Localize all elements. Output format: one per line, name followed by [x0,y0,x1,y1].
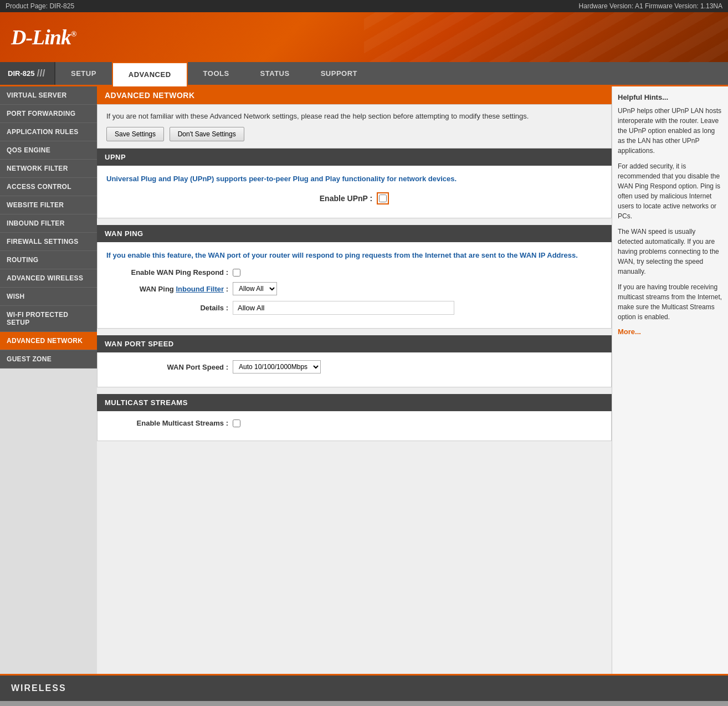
hints-more-link[interactable]: More... [618,328,722,336]
wan-port-speed-title: WAN PORT SPEED [97,335,612,352]
inbound-filter-label: WAN Ping Inbound Filter : [106,285,228,293]
dont-save-settings-button[interactable]: Don't Save Settings [170,127,244,141]
upnp-section: UPNP Universal Plug and Play (UPnP) supp… [97,149,612,218]
hints-paragraph-0: UPnP helps other UPnP LAN hosts interope… [618,106,722,156]
wan-port-speed-row: WAN Port Speed : Auto 10/100/1000Mbps 10… [106,360,602,374]
sidebar-item-port-forwarding[interactable]: PORT FORWARDING [0,105,97,123]
sidebar-item-wifi-protected-setup[interactable]: WI-FI PROTECTED SETUP [0,306,97,332]
wan-ping-section: WAN PING If you enable this feature, the… [97,225,612,329]
multicast-streams-section: MULTICAST STREAMS Enable Multicast Strea… [97,394,612,441]
top-bar: Product Page: DIR-825 Hardware Version: … [0,0,728,12]
upnp-enable-row: Enable UPnP : [106,192,602,204]
info-box: If you are not familiar with these Advan… [97,104,612,149]
multicast-streams-label: Enable Multicast Streams : [106,419,228,427]
upnp-enable-label: Enable UPnP : [320,194,372,203]
sidebar-item-firewall-settings[interactable]: FIREWALL SETTINGS [0,233,97,251]
sidebar-item-qos-engine[interactable]: QOS ENGINE [0,141,97,160]
sidebar-item-advanced-network[interactable]: ADVANCED NETWORK [0,332,97,350]
sidebar-item-virtual-server[interactable]: VIRTUAL SERVER [0,86,97,105]
sidebar-wrapper: VIRTUAL SERVER PORT FORWARDING APPLICATI… [0,86,97,674]
page-title: ADVANCED NETWORK [97,86,612,104]
sidebar-item-advanced-wireless[interactable]: ADVANCED WIRELESS [0,269,97,288]
details-row: Details : [106,301,602,315]
hints-paragraph-1: For added security, it is recommended th… [618,161,722,221]
upnp-checkbox-box [377,192,389,204]
wan-ping-section-title: WAN PING [97,225,612,242]
wan-ping-content: If you enable this feature, the WAN port… [97,242,612,329]
inbound-filter-select[interactable]: Allow All Deny All [233,282,277,295]
main-layout: VIRTUAL SERVER PORT FORWARDING APPLICATI… [0,86,728,674]
info-buttons: Save Settings Don't Save Settings [106,127,602,141]
tab-setup[interactable]: SETUP [55,62,112,85]
multicast-streams-title: MULTICAST STREAMS [97,394,612,411]
upnp-description: Universal Plug and Play (UPnP) supports … [106,173,602,185]
wan-port-speed-select[interactable]: Auto 10/100/1000Mbps 10Mbps - Half Duple… [233,360,321,374]
hints-paragraph-2: The WAN speed is usually detected automa… [618,227,722,277]
multicast-streams-content: Enable Multicast Streams : [97,411,612,441]
tab-support[interactable]: SUPPORT [305,62,373,85]
product-info: Product Page: DIR-825 [6,2,74,10]
sidebar-item-inbound-filter[interactable]: INBOUND FILTER [0,214,97,233]
bottom-bar: WIRELESS [0,674,728,701]
multicast-streams-row: Enable Multicast Streams : [106,419,602,427]
model-label: DIR-825 /// [0,62,55,85]
wan-port-speed-content: WAN Port Speed : Auto 10/100/1000Mbps 10… [97,352,612,387]
save-settings-button[interactable]: Save Settings [106,127,164,141]
sidebar-item-network-filter[interactable]: NETWORK FILTER [0,160,97,178]
hints-paragraph-3: If you are having trouble receiving mult… [618,282,722,322]
tab-status[interactable]: STATUS [245,62,305,85]
details-label: Details : [106,304,228,312]
sidebar-item-routing[interactable]: ROUTING [0,251,97,269]
wan-port-speed-label: WAN Port Speed : [106,363,228,371]
enable-multicast-streams-checkbox[interactable] [233,419,240,427]
info-text: If you are not familiar with these Advan… [106,111,602,121]
enable-upnp-checkbox[interactable] [379,195,387,202]
sidebar: VIRTUAL SERVER PORT FORWARDING APPLICATI… [0,86,97,369]
enable-wan-ping-label: Enable WAN Ping Respond : [106,268,228,277]
inbound-filter-row: WAN Ping Inbound Filter : Allow All Deny… [106,282,602,295]
right-panel: Helpful Hints... UPnP helps other UPnP L… [612,86,728,674]
enable-wan-ping-row: Enable WAN Ping Respond : [106,268,602,277]
upnp-content: Universal Plug and Play (UPnP) supports … [97,166,612,218]
nav-tabs: DIR-825 /// SETUP ADVANCED TOOLS STATUS … [0,62,728,86]
header: D-Link® [0,12,728,62]
inbound-filter-link[interactable]: Inbound Filter [176,285,224,293]
enable-wan-ping-checkbox[interactable] [233,269,240,277]
wan-ping-description: If you enable this feature, the WAN port… [106,250,602,261]
sidebar-item-access-control[interactable]: ACCESS CONTROL [0,178,97,196]
logo: D-Link® [11,25,76,49]
firmware-info: Hardware Version: A1 Firmware Version: 1… [579,2,722,10]
sidebar-item-guest-zone[interactable]: GUEST ZONE [0,350,97,369]
sidebar-item-application-rules[interactable]: APPLICATION RULES [0,123,97,141]
hints-title: Helpful Hints... [618,93,722,101]
wan-port-speed-section: WAN PORT SPEED WAN Port Speed : Auto 10/… [97,335,612,387]
sidebar-item-wish[interactable]: WISH [0,288,97,306]
content: ADVANCED NETWORK If you are not familiar… [97,86,612,674]
tab-tools[interactable]: TOOLS [188,62,245,85]
details-input[interactable] [233,301,454,315]
upnp-section-title: UPNP [97,149,612,166]
sidebar-item-website-filter[interactable]: WEBSITE FILTER [0,196,97,214]
tab-advanced[interactable]: ADVANCED [112,62,188,86]
